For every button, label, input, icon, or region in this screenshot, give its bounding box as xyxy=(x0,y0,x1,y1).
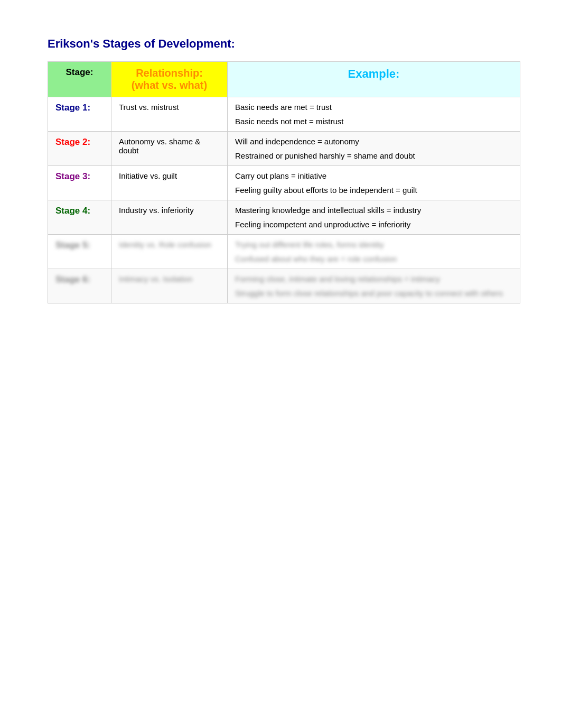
table-row: Stage 2:Autonomy vs. shame & doubtWill a… xyxy=(48,132,520,166)
example-item: Restrained or punished harshly = shame a… xyxy=(235,151,512,160)
table-row: Stage 5:Identity vs. Role confusionTryin… xyxy=(48,235,520,269)
relationship-cell: Trust vs. mistrust xyxy=(111,97,228,132)
example-item: Feeling guilty about efforts to be indep… xyxy=(235,186,512,195)
example-cell: Trying out different life roles, forms i… xyxy=(228,235,520,269)
example-item: Carry out plans = initiative xyxy=(235,171,512,180)
example-cell: Will and independence = autonomyRestrain… xyxy=(228,132,520,166)
stage-cell: Stage 1: xyxy=(48,97,111,132)
relationship-cell: Initiative vs. guilt xyxy=(111,166,228,200)
stage-cell: Stage 2: xyxy=(48,132,111,166)
page-title: Erikson's Stages of Development: xyxy=(48,37,529,51)
stages-table: Stage: Relationship:(what vs. what) Exam… xyxy=(48,61,520,303)
relationship-cell: Industry vs. inferiority xyxy=(111,200,228,235)
relationship-cell: Identity vs. Role confusion xyxy=(111,235,228,269)
table-row: Stage 3:Initiative vs. guiltCarry out pl… xyxy=(48,166,520,200)
example-cell: Forming close, intimate and loving relat… xyxy=(228,269,520,303)
example-item: Confused about who they are = role confu… xyxy=(235,254,512,263)
example-item: Basic needs are met = trust xyxy=(235,103,512,112)
example-item: Trying out different life roles, forms i… xyxy=(235,240,512,249)
example-cell: Mastering knowledge and intellectual ski… xyxy=(228,200,520,235)
example-cell: Basic needs are met = trustBasic needs n… xyxy=(228,97,520,132)
example-item: Will and independence = autonomy xyxy=(235,137,512,146)
stage-cell: Stage 5: xyxy=(48,235,111,269)
example-item: Basic needs not met = mistrust xyxy=(235,117,512,126)
example-item: Forming close, intimate and loving relat… xyxy=(235,274,512,283)
example-item: Feeling incompetent and unproductive = i… xyxy=(235,220,512,229)
stage-cell: Stage 3: xyxy=(48,166,111,200)
table-row: Stage 6:Intimacy vs. IsolationForming cl… xyxy=(48,269,520,303)
table-row: Stage 4:Industry vs. inferiorityMasterin… xyxy=(48,200,520,235)
header-example: Example: xyxy=(228,62,520,97)
header-relationship: Relationship:(what vs. what) xyxy=(111,62,228,97)
header-stage: Stage: xyxy=(48,62,111,97)
table-row: Stage 1:Trust vs. mistrustBasic needs ar… xyxy=(48,97,520,132)
relationship-cell: Autonomy vs. shame & doubt xyxy=(111,132,228,166)
relationship-cell: Intimacy vs. Isolation xyxy=(111,269,228,303)
example-item: Mastering knowledge and intellectual ski… xyxy=(235,206,512,215)
example-cell: Carry out plans = initiativeFeeling guil… xyxy=(228,166,520,200)
stage-cell: Stage 4: xyxy=(48,200,111,235)
example-item: Struggle to form close relationships and… xyxy=(235,289,512,298)
stage-cell: Stage 6: xyxy=(48,269,111,303)
